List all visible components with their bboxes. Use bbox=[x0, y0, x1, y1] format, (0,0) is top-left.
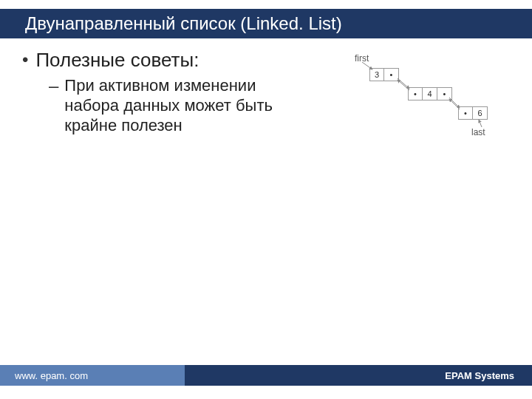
list-node: • 4 • bbox=[408, 87, 452, 100]
node-prev-pointer: • bbox=[408, 87, 423, 100]
linked-list-diagram: first 3 • • 4 • • 6 last bbox=[355, 53, 510, 157]
slide-title: Двунаправленный список (Linked. List) bbox=[25, 13, 342, 34]
bullet-level1: • Полезные советы: bbox=[22, 49, 303, 71]
bullet-level1-text: Полезные советы: bbox=[35, 49, 199, 71]
footer-url: www. epam. com bbox=[0, 365, 185, 386]
node-value: 3 bbox=[369, 68, 384, 81]
node-value: 6 bbox=[473, 106, 488, 120]
list-node: 3 • bbox=[369, 68, 399, 81]
node-value: 4 bbox=[423, 87, 437, 100]
node-next-pointer: • bbox=[437, 87, 452, 100]
list-node: • 6 bbox=[458, 106, 488, 120]
bullet-dash-icon: – bbox=[49, 75, 58, 96]
node-next-pointer: • bbox=[384, 68, 399, 81]
node-prev-pointer: • bbox=[458, 106, 473, 120]
footer: www. epam. com EPAM Systems bbox=[0, 365, 532, 386]
bullet-level2: – При активном изменении набора данных м… bbox=[49, 75, 303, 135]
bullet-dot-icon: • bbox=[22, 49, 28, 71]
svg-line-5 bbox=[479, 120, 482, 127]
footer-brand: EPAM Systems bbox=[185, 365, 532, 386]
slide: Двунаправленный список (Linked. List) • … bbox=[0, 0, 532, 399]
body-text: • Полезные советы: – При активном измене… bbox=[22, 49, 303, 135]
last-label: last bbox=[471, 127, 485, 137]
bullet-level2-text: При активном изменении набора данных мож… bbox=[64, 75, 303, 135]
first-label: first bbox=[355, 53, 369, 64]
title-bar: Двунаправленный список (Linked. List) bbox=[0, 9, 532, 38]
